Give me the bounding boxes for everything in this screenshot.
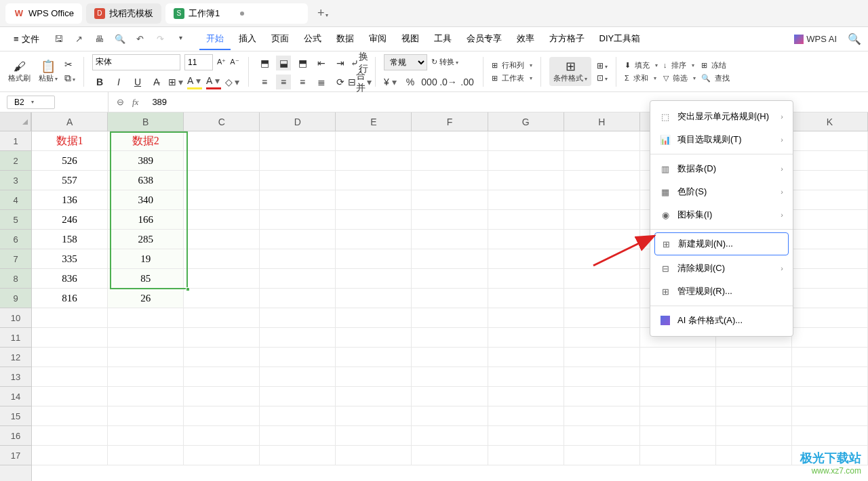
cell[interactable]: [792, 190, 868, 210]
row-header[interactable]: 6: [0, 230, 31, 249]
cell[interactable]: [260, 171, 336, 190]
search-icon[interactable]: 🔍: [848, 33, 861, 45]
cell[interactable]: [184, 190, 260, 210]
cell[interactable]: [336, 308, 412, 328]
cell[interactable]: [260, 151, 336, 171]
cell[interactable]: [488, 269, 564, 289]
cell[interactable]: [488, 151, 564, 171]
cell[interactable]: 285: [108, 230, 184, 249]
cell[interactable]: [488, 387, 564, 406]
cell[interactable]: [488, 171, 564, 190]
cell[interactable]: [412, 406, 488, 426]
cell[interactable]: [412, 131, 488, 151]
print-icon[interactable]: 🖶: [94, 34, 106, 44]
row-header[interactable]: 1: [0, 131, 31, 151]
inc-decimal-icon[interactable]: .0→: [441, 75, 456, 89]
cell[interactable]: [260, 249, 336, 269]
align-top-icon[interactable]: ⬒: [257, 56, 272, 70]
cell[interactable]: 836: [32, 269, 108, 289]
table-style-icon[interactable]: ⊞▾: [597, 61, 608, 70]
cell[interactable]: [184, 210, 260, 230]
app-tab-wps[interactable]: W WPS Office: [5, 3, 82, 24]
col-header[interactable]: E: [336, 112, 412, 131]
cell[interactable]: 335: [32, 249, 108, 269]
select-all-corner[interactable]: [0, 112, 31, 131]
cell[interactable]: [184, 406, 260, 426]
cell[interactable]: [488, 426, 564, 446]
cell[interactable]: [32, 446, 108, 465]
cell[interactable]: [260, 446, 336, 465]
cell[interactable]: [184, 289, 260, 308]
conditional-format-button[interactable]: ⊞ 条件格式▾: [549, 57, 591, 86]
cell[interactable]: 557: [32, 171, 108, 190]
cell[interactable]: [412, 171, 488, 190]
cell[interactable]: [488, 210, 564, 230]
cell[interactable]: [412, 210, 488, 230]
cell[interactable]: [336, 406, 412, 426]
cell[interactable]: [32, 367, 108, 387]
cell[interactable]: [412, 367, 488, 387]
cell[interactable]: 数据1: [32, 131, 108, 151]
cell[interactable]: [412, 387, 488, 406]
cell[interactable]: [564, 210, 640, 230]
cell[interactable]: [412, 249, 488, 269]
paste-button[interactable]: 📋 粘贴▾: [37, 58, 59, 85]
percent-icon[interactable]: %: [403, 75, 418, 89]
cell[interactable]: [792, 328, 868, 348]
cell[interactable]: [488, 308, 564, 328]
tab-tools[interactable]: 工具: [427, 28, 458, 50]
cell[interactable]: [108, 367, 184, 387]
row-header[interactable]: 9: [0, 289, 31, 308]
increase-font-icon[interactable]: A⁺: [217, 58, 226, 66]
app-tab-template[interactable]: D 找稻壳模板: [86, 3, 161, 24]
cell[interactable]: [640, 367, 716, 387]
cell[interactable]: [184, 348, 260, 367]
row-header[interactable]: 8: [0, 269, 31, 289]
cell[interactable]: [792, 348, 868, 367]
cell[interactable]: [792, 446, 868, 465]
col-header[interactable]: H: [564, 112, 640, 131]
sum-button[interactable]: Σ 求和▾: [625, 73, 658, 83]
menu-clear-rules[interactable]: ⊟ 清除规则(C) ›: [650, 257, 793, 280]
cell[interactable]: [640, 406, 716, 426]
tab-fang[interactable]: 方方格子: [542, 28, 591, 50]
cell[interactable]: [792, 289, 868, 308]
col-header[interactable]: G: [488, 112, 564, 131]
freeze-button[interactable]: ⊞ 冻结: [701, 60, 730, 70]
cell[interactable]: [412, 426, 488, 446]
menu-data-bars[interactable]: ▥ 数据条(D) ›: [650, 157, 793, 180]
clear-format-icon[interactable]: ◇▾: [225, 75, 240, 89]
cell[interactable]: [184, 426, 260, 446]
cell[interactable]: [488, 328, 564, 348]
cell[interactable]: [336, 446, 412, 465]
cell[interactable]: [336, 269, 412, 289]
cell[interactable]: [412, 269, 488, 289]
row-header[interactable]: 17: [0, 446, 31, 465]
tab-page[interactable]: 页面: [264, 28, 296, 50]
cell[interactable]: [792, 151, 868, 171]
cell[interactable]: [640, 387, 716, 406]
cell[interactable]: [260, 308, 336, 328]
font-color-icon[interactable]: A▾: [206, 75, 221, 89]
row-header[interactable]: 14: [0, 387, 31, 406]
align-center-icon[interactable]: ≡: [276, 75, 291, 89]
tab-review[interactable]: 审阅: [362, 28, 393, 50]
cell[interactable]: [336, 151, 412, 171]
cell[interactable]: [184, 230, 260, 249]
fx-icon[interactable]: fx: [132, 97, 138, 108]
cell[interactable]: [792, 171, 868, 190]
cell[interactable]: [32, 387, 108, 406]
cell[interactable]: [108, 348, 184, 367]
cell[interactable]: 19: [108, 249, 184, 269]
cell[interactable]: [640, 426, 716, 446]
row-header[interactable]: 11: [0, 328, 31, 348]
cell[interactable]: [488, 249, 564, 269]
row-header[interactable]: 12: [0, 348, 31, 367]
cell[interactable]: [488, 367, 564, 387]
tab-data[interactable]: 数据: [330, 28, 361, 50]
tab-start[interactable]: 开始: [199, 28, 231, 50]
cell[interactable]: [792, 210, 868, 230]
cell[interactable]: [564, 367, 640, 387]
worksheet-button[interactable]: ⊞ 工作表▾: [492, 73, 532, 83]
number-format-select[interactable]: 常规: [384, 54, 427, 70]
